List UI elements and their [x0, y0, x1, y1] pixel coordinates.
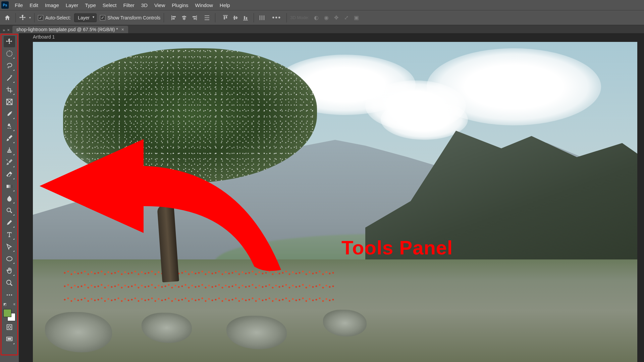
healing-tool[interactable]: [4, 120, 15, 132]
svg-rect-17: [236, 16, 237, 19]
annotation-arrow-icon: [40, 102, 318, 283]
home-icon: [4, 14, 11, 21]
camera-icon: ▣: [353, 14, 360, 21]
svg-rect-11: [205, 19, 209, 20]
align-horizontal-group: [169, 13, 199, 22]
transform-controls-label: Show Transform Controls: [107, 15, 160, 20]
menu-plugins[interactable]: Plugins: [168, 1, 192, 9]
separator: [215, 13, 215, 22]
screen-mode-button[interactable]: [4, 334, 15, 345]
svg-point-27: [7, 257, 12, 261]
svg-rect-25: [7, 185, 12, 188]
selection-tool[interactable]: [4, 72, 15, 83]
menu-3d[interactable]: 3D: [138, 1, 151, 9]
menu-image[interactable]: Image: [42, 1, 62, 9]
svg-rect-13: [224, 16, 225, 19]
svg-rect-19: [244, 16, 245, 19]
tool-preset-icon[interactable]: [19, 14, 26, 21]
svg-rect-2: [172, 18, 175, 19]
hand-tool[interactable]: [4, 265, 15, 277]
mode-3d-label: 3D Mode:: [290, 15, 309, 20]
svg-point-33: [8, 326, 10, 328]
type-tool[interactable]: [4, 229, 15, 240]
menu-layer[interactable]: Layer: [62, 1, 82, 9]
checkbox-checked-icon: ✓: [38, 15, 43, 20]
brush-tool[interactable]: [4, 132, 15, 144]
separator: [34, 13, 35, 22]
document-tab-row: » × shop-lightroom template.psd @ 67.5% …: [0, 25, 644, 33]
stamp-tool[interactable]: [4, 144, 15, 156]
menu-type[interactable]: Type: [82, 1, 99, 9]
shape-tool[interactable]: [4, 253, 15, 264]
align-vertical-group: [221, 13, 250, 22]
distribute-v-button[interactable]: [257, 13, 267, 22]
menu-bar: Ps File Edit Image Layer Type Select Fil…: [0, 0, 644, 10]
align-top-button[interactable]: [221, 13, 230, 22]
menu-file[interactable]: File: [11, 1, 26, 9]
home-button[interactable]: [3, 13, 12, 22]
layer-dropdown[interactable]: Layer: [74, 13, 97, 22]
distribute-h-button[interactable]: [202, 13, 212, 22]
eyedropper-tool[interactable]: [4, 108, 15, 120]
separator: [15, 13, 16, 22]
separator: [164, 13, 164, 22]
svg-rect-32: [7, 325, 12, 330]
gradient-tool[interactable]: [4, 181, 15, 192]
move-tool[interactable]: [4, 36, 15, 47]
svg-rect-14: [226, 16, 227, 18]
lasso-tool[interactable]: [4, 60, 15, 71]
artboard-label[interactable]: Artboard 1: [33, 34, 55, 40]
svg-rect-18: [243, 20, 248, 20]
eraser-tool[interactable]: [4, 169, 15, 180]
menu-filter[interactable]: Filter: [120, 1, 138, 9]
svg-rect-23: [264, 15, 264, 20]
menu-window[interactable]: Window: [192, 1, 216, 9]
foreground-swatch[interactable]: [3, 309, 11, 317]
edit-toolbar[interactable]: [4, 289, 15, 301]
path-select-tool[interactable]: [4, 241, 15, 252]
transform-controls-checkbox[interactable]: ✓ Show Transform Controls: [100, 15, 160, 20]
more-options-button[interactable]: •••: [270, 14, 283, 21]
menu-view[interactable]: View: [151, 1, 168, 9]
svg-rect-35: [8, 338, 11, 340]
menu-select[interactable]: Select: [99, 1, 120, 9]
frame-tool[interactable]: [4, 96, 15, 108]
pen-tool[interactable]: [4, 217, 15, 228]
document-tab[interactable]: shop-lightroom template.psd @ 67.5% (RGB…: [12, 26, 128, 33]
roll-icon: ◉: [323, 14, 330, 21]
align-right-button[interactable]: [190, 13, 199, 22]
checkbox-checked-icon: ✓: [100, 15, 105, 20]
svg-rect-20: [246, 17, 247, 19]
align-left-button[interactable]: [169, 13, 179, 22]
svg-point-31: [11, 294, 12, 296]
marquee-tool[interactable]: [4, 48, 15, 59]
artboard[interactable]: Tools Panel: [33, 42, 637, 362]
panel-collapse-button[interactable]: » ×: [1, 27, 11, 33]
align-bottom-button[interactable]: [241, 13, 250, 22]
canvas-area[interactable]: Artboard 1 Tools Panel: [19, 33, 644, 362]
svg-rect-22: [262, 15, 262, 20]
menu-edit[interactable]: Edit: [26, 1, 42, 9]
zoom-tool[interactable]: [4, 277, 15, 289]
color-swatches[interactable]: [3, 309, 15, 321]
tab-close-button[interactable]: ×: [121, 27, 124, 32]
chevron-down-icon[interactable]: ▾: [29, 16, 31, 19]
svg-rect-12: [223, 15, 228, 16]
svg-rect-6: [196, 15, 197, 20]
svg-point-29: [7, 294, 8, 296]
swap-swatches-icon[interactable]: ⤭: [13, 302, 15, 306]
crop-tool[interactable]: [4, 84, 15, 96]
history-brush-tool[interactable]: [4, 157, 15, 168]
dodge-tool[interactable]: [4, 205, 15, 216]
quick-mask-button[interactable]: [4, 321, 15, 333]
svg-rect-1: [172, 16, 176, 17]
svg-point-28: [7, 280, 11, 285]
blur-tool[interactable]: [4, 193, 15, 204]
svg-rect-24: [7, 51, 12, 57]
orbit-icon: ◐: [313, 14, 320, 21]
auto-select-checkbox[interactable]: ✓ Auto-Select:: [38, 15, 71, 20]
align-center-v-button[interactable]: [231, 13, 240, 22]
menu-help[interactable]: Help: [216, 1, 233, 9]
align-center-h-button[interactable]: [179, 13, 189, 22]
default-swatches-icon[interactable]: ◩: [3, 302, 6, 306]
